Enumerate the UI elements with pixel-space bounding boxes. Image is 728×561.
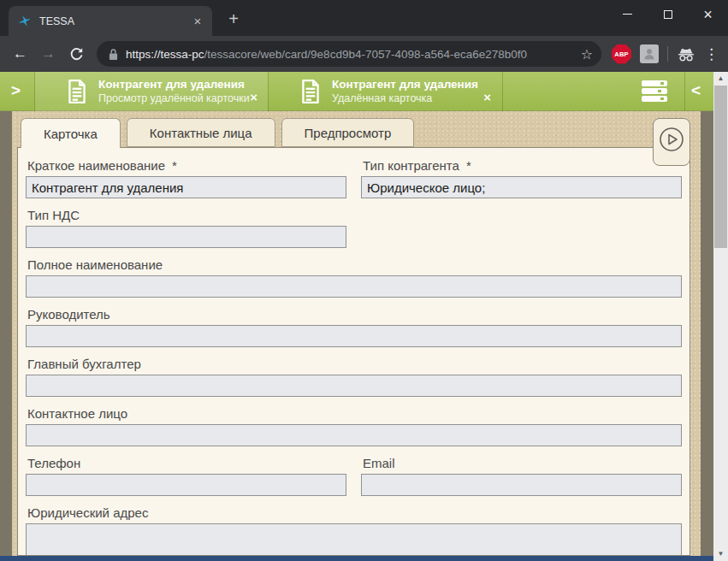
browser-toolbar: ← → https://tessa-pc/tessacore/web/card/… — [0, 36, 728, 72]
field-head: Руководитель — [26, 307, 682, 347]
panel-collapse-chevron[interactable]: < — [691, 80, 701, 99]
tab-contacts[interactable]: Контактные лица — [127, 118, 275, 147]
contact-person-input[interactable] — [26, 424, 682, 446]
abp-label: ABP — [614, 50, 628, 58]
form-row: Контактное лицо — [26, 406, 682, 446]
side-panel-toggle-box — [653, 118, 690, 166]
new-tab-button[interactable]: + — [222, 9, 245, 31]
scroll-down-icon[interactable]: ▼ — [713, 548, 728, 560]
forward-button[interactable]: → — [35, 41, 62, 68]
url-text: https://tessa-pc/tessacore/web/card/9e8c… — [126, 48, 576, 61]
workspaces-list-icon[interactable] — [642, 80, 667, 102]
reload-button[interactable] — [63, 41, 90, 68]
phone-input[interactable] — [26, 474, 346, 496]
stack-bar — [642, 96, 667, 102]
field-legal-address: Юридический адрес — [26, 505, 682, 555]
card-form: Краткое наименование* Тип контрагента* Т… — [18, 148, 690, 555]
browser-tab-tessa[interactable]: TESSA × — [9, 6, 212, 36]
card-tab-2[interactable]: Контрагент для удаления Удалённая карточ… — [269, 72, 501, 111]
back-button[interactable]: ← — [7, 41, 33, 68]
field-label: Руководитель — [27, 307, 680, 322]
tab-preview[interactable]: Предпросмотр — [281, 118, 415, 147]
card-tab-close-icon[interactable]: × — [483, 90, 491, 104]
address-bar[interactable]: https://tessa-pc/tessacore/web/card/9e8c… — [97, 41, 601, 67]
head-input[interactable] — [26, 325, 682, 347]
bookmark-star-icon[interactable]: ☆ — [581, 46, 593, 62]
required-mark: * — [466, 158, 471, 173]
tessa-workspace-bar: > Контрагент для удаления Просмотр удалё… — [0, 72, 713, 111]
browser-tab-close-icon[interactable]: × — [190, 14, 205, 28]
partner-type-input[interactable] — [361, 176, 682, 198]
card-tab-title: Контрагент для удаления — [98, 78, 244, 92]
maximize-icon — [664, 10, 672, 19]
window-minimize-button[interactable] — [607, 0, 648, 28]
card-tab-text: Контрагент для удаления Удалённая карточ… — [332, 78, 477, 106]
tessa-bird-icon — [17, 14, 32, 28]
form-row: Краткое наименование* Тип контрагента* — [26, 158, 682, 198]
stack-bar — [642, 80, 667, 86]
field-label: Тип контрагента* — [363, 158, 680, 174]
field-partner-type: Тип контрагента* — [361, 158, 682, 198]
field-label: Юридический адрес — [27, 505, 680, 521]
window-close-icon: × — [703, 7, 713, 22]
field-label: Email — [363, 456, 680, 471]
page-scrollbar[interactable]: ▲ ▼ — [713, 72, 728, 561]
scroll-up-icon[interactable]: ▲ — [713, 73, 728, 85]
scrollbar-thumb[interactable] — [714, 86, 727, 248]
document-icon — [67, 79, 87, 104]
email-input[interactable] — [361, 474, 682, 496]
tab-card[interactable]: Карточка — [21, 118, 121, 148]
card-panel: Краткое наименование* Тип контрагента* Т… — [17, 147, 690, 556]
lock-icon[interactable] — [109, 48, 118, 61]
window-close-button[interactable]: × — [688, 0, 728, 28]
adblock-extension-icon[interactable]: ABP — [612, 44, 631, 64]
form-row: Главный бухгалтер — [26, 357, 682, 397]
form-row: Телефон Email — [26, 456, 682, 496]
minimize-icon — [623, 14, 632, 15]
field-contact-person: Контактное лицо — [26, 406, 682, 446]
extension-icon[interactable] — [640, 44, 659, 63]
field-email: Email — [361, 456, 682, 496]
window-controls: × — [607, 0, 728, 28]
field-label: Главный бухгалтер — [27, 357, 680, 372]
field-phone: Телефон — [26, 456, 346, 496]
left-collapsed-panel[interactable] — [0, 111, 12, 556]
full-name-input[interactable] — [26, 275, 682, 298]
tessa-page: Карточка Контактные лица Предпросмотр Кр… — [0, 111, 713, 556]
extensions-area: ABP ⋮ — [608, 44, 721, 64]
field-label: Телефон — [27, 456, 345, 471]
stack-bar — [642, 88, 667, 94]
card-tab-subtitle: Просмотр удалённой карточки — [98, 92, 244, 106]
window-bottom-border — [0, 556, 713, 561]
card-tab-title: Контрагент для удаления — [332, 78, 477, 92]
right-collapsed-panel[interactable] — [701, 111, 713, 556]
card-tab-subtitle: Удалённая карточка — [332, 92, 477, 106]
workspace-separator — [502, 72, 503, 111]
form-row: Юридический адрес — [26, 505, 682, 555]
card-view-tabs: Карточка Контактные лица Предпросмотр — [21, 118, 414, 148]
field-label: Контактное лицо — [27, 406, 680, 422]
field-full-name: Полное наименование — [26, 257, 682, 298]
browser-menu-button[interactable]: ⋮ — [704, 45, 718, 63]
form-row: Руководитель — [26, 307, 682, 347]
window-maximize-button[interactable] — [648, 0, 688, 28]
browser-titlebar: TESSA × + × — [0, 0, 728, 36]
url-host: https://tessa-pc — [126, 48, 204, 61]
short-name-input[interactable] — [26, 176, 346, 198]
chief-accountant-input[interactable] — [26, 375, 682, 397]
field-chief-accountant: Главный бухгалтер — [26, 357, 682, 397]
legal-address-textarea[interactable] — [26, 523, 682, 555]
vat-type-input[interactable] — [26, 226, 346, 248]
panel-expand-chevron[interactable]: > — [11, 80, 21, 99]
card-tab-1[interactable]: Контрагент для удаления Просмотр удалённ… — [35, 72, 268, 111]
card-tab-text: Контрагент для удаления Просмотр удалённ… — [98, 78, 244, 106]
url-path: /tessacore/web/card/9e8cd9b4-7057-4098-a… — [204, 48, 528, 61]
form-row: Полное наименование — [26, 257, 682, 298]
card-tab-close-icon[interactable]: × — [250, 90, 257, 104]
incognito-icon — [677, 46, 695, 62]
field-label: Полное наименование — [27, 257, 680, 273]
document-icon — [300, 79, 321, 104]
play-circle-icon[interactable] — [659, 127, 684, 152]
browser-tab-title: TESSA — [39, 15, 190, 27]
toolbar-separator — [667, 46, 668, 62]
